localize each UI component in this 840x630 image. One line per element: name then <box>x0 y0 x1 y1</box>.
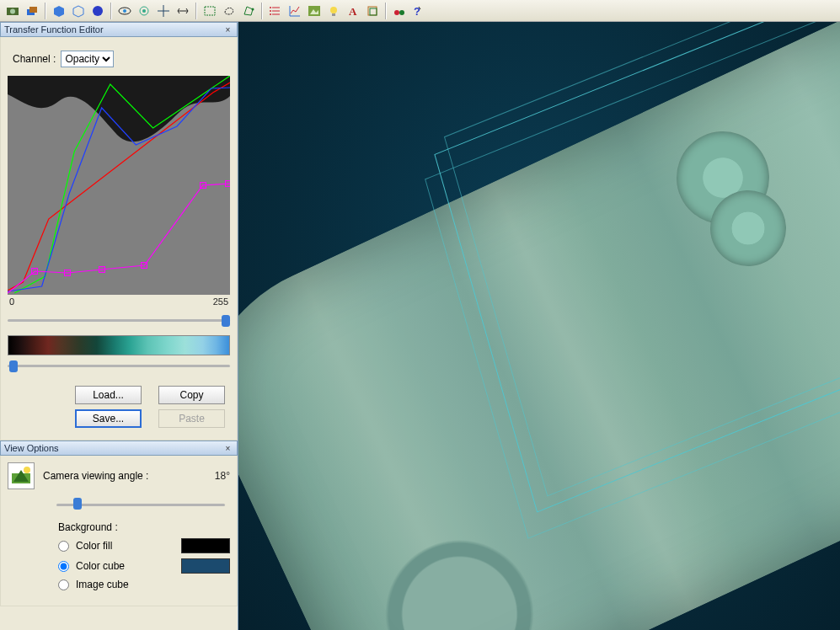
camera-angle-icon <box>8 462 35 489</box>
crop-icon[interactable] <box>363 2 382 20</box>
layers-icon[interactable] <box>23 2 41 20</box>
svg-rect-3 <box>29 7 37 13</box>
svg-point-25 <box>399 10 404 15</box>
svg-marker-4 <box>54 6 64 17</box>
camera-icon[interactable] <box>3 2 22 20</box>
channel-label: Channel : <box>13 53 56 65</box>
channel-select[interactable]: Opacity <box>61 51 114 67</box>
svg-point-6 <box>93 6 103 16</box>
color-gradient-bar[interactable] <box>8 335 230 355</box>
curve-node[interactable] <box>225 180 230 187</box>
color-cube-swatch[interactable] <box>181 558 230 574</box>
bulb-icon[interactable] <box>324 2 343 20</box>
zoom-icon[interactable] <box>174 2 192 20</box>
transfer-function-title: Transfer Function Editor <box>4 24 104 35</box>
cube-outline-icon[interactable] <box>69 2 88 20</box>
curve-node[interactable] <box>200 182 206 189</box>
color-fill-swatch[interactable] <box>181 538 230 553</box>
svg-point-8 <box>123 9 126 13</box>
svg-marker-5 <box>73 6 83 17</box>
help-icon[interactable]: ? <box>409 2 428 20</box>
svg-text:?: ? <box>414 5 420 18</box>
copy-button[interactable]: Copy <box>158 386 225 404</box>
camera-angle-value: 18° <box>215 470 230 482</box>
curve-node[interactable] <box>64 270 71 276</box>
plot-icon[interactable] <box>286 2 304 20</box>
volume-render <box>238 22 840 630</box>
transfer-function-graph[interactable] <box>8 76 230 295</box>
svg-rect-23 <box>370 8 377 15</box>
binoculars-icon[interactable] <box>390 2 409 20</box>
svg-point-1 <box>10 8 15 13</box>
svg-marker-12 <box>244 7 253 15</box>
eye-icon[interactable] <box>115 2 134 20</box>
svg-point-10 <box>142 9 146 13</box>
axis-max: 255 <box>213 296 228 307</box>
transfer-function-panel: Transfer Function Editor × Channel : Opa… <box>0 22 238 440</box>
bg-color-fill-radio[interactable]: Color fill <box>58 538 230 553</box>
close-icon[interactable]: × <box>222 443 233 454</box>
svg-point-15 <box>270 10 271 12</box>
3d-viewport[interactable] <box>238 22 840 630</box>
bg-image-cube-radio[interactable]: Image cube <box>58 579 230 590</box>
svg-rect-11 <box>205 7 215 15</box>
svg-point-14 <box>270 7 271 8</box>
save-button[interactable]: Save... <box>75 409 142 428</box>
svg-point-19 <box>330 7 337 13</box>
cube-blue-icon[interactable] <box>50 2 68 20</box>
camera-angle-slider[interactable] <box>56 498 225 511</box>
svg-point-16 <box>270 13 271 15</box>
select-poly-icon[interactable] <box>239 2 258 20</box>
svg-point-13 <box>252 8 254 10</box>
svg-point-29 <box>24 467 30 473</box>
select-rect-icon[interactable] <box>201 2 219 20</box>
range-upper-slider[interactable] <box>8 315 230 327</box>
histogram-shape <box>8 76 230 141</box>
range-lower-slider[interactable] <box>8 360 230 372</box>
crosshair-icon[interactable] <box>154 2 173 20</box>
svg-rect-20 <box>332 13 335 16</box>
main-toolbar: A ? <box>0 0 840 22</box>
list-icon[interactable] <box>266 2 285 20</box>
view-options-title: View Options <box>4 443 59 453</box>
svg-text:A: A <box>349 5 357 18</box>
svg-point-24 <box>394 10 399 15</box>
curve-node[interactable] <box>141 262 147 269</box>
paste-button: Paste <box>158 409 225 428</box>
curve-node[interactable] <box>99 266 105 273</box>
splat-icon[interactable] <box>88 2 107 20</box>
curve-node[interactable] <box>31 268 38 275</box>
view-options-panel: View Options × Camera viewing angle : 18… <box>0 440 238 606</box>
camera-angle-label: Camera viewing angle : <box>43 470 206 482</box>
axis-min: 0 <box>9 296 14 307</box>
bg-color-cube-radio[interactable]: Color cube <box>58 558 230 574</box>
target-icon[interactable] <box>135 2 153 20</box>
load-button[interactable]: Load... <box>75 386 142 404</box>
close-icon[interactable]: × <box>222 24 233 35</box>
image-icon[interactable] <box>305 2 324 20</box>
select-lasso-icon[interactable] <box>220 2 238 20</box>
background-label: Background : <box>58 521 230 533</box>
text-icon[interactable]: A <box>344 2 362 20</box>
